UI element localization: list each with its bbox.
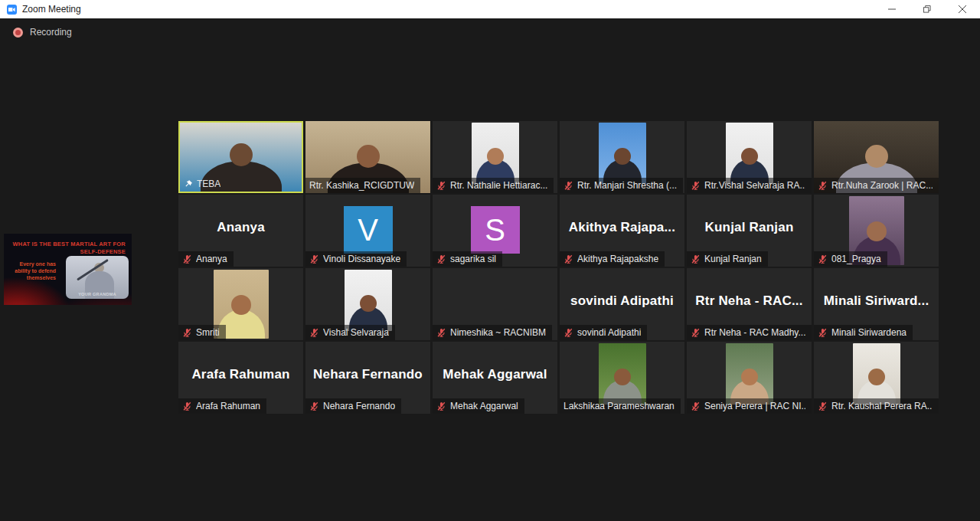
muted-mic-icon [818, 328, 828, 338]
participant-photo [853, 343, 900, 405]
participant-tile[interactable]: Akithya Rajapa... Akithya Rajapakshe [560, 195, 684, 267]
participant-nameplate: Akithya Rajapakshe [560, 251, 665, 267]
participant-tile[interactable]: Vishal Selvaraja [305, 268, 430, 340]
participant-nameplate: Rtr.Nuha Zarook | RAC... [814, 178, 939, 193]
participant-tile[interactable]: Rtr. Kaushal Perera RA... [814, 342, 939, 414]
muted-mic-icon [309, 401, 319, 411]
muted-mic-icon [436, 181, 446, 191]
participant-nameplate: sagarika sil [433, 251, 502, 267]
close-button[interactable] [945, 0, 980, 18]
participant-name: Rtr Neha - RAC Madhy... [704, 327, 805, 338]
participant-nameplate: Lakshikaa Parameshwaran [560, 398, 681, 414]
participant-name: Nehara Fernando [323, 401, 395, 411]
participant-name: Rtr. Nathalie Hettiarac... [450, 180, 547, 191]
participant-nameplate: Nehara Fernando [305, 398, 401, 414]
participant-nameplate: Smriti [178, 325, 226, 340]
participant-nameplate: Ananya [178, 251, 234, 267]
participant-nameplate: Rtr. Kashika_RCIGDTUW [305, 178, 420, 193]
video-grid: TEBA Rtr. Kashika_RCIGD [178, 121, 939, 414]
participant-nameplate: TEBA [180, 176, 227, 192]
participant-tile[interactable]: V Vinoli Dissanayake [305, 195, 430, 267]
participant-tile[interactable]: sovindi Adipathi sovindi Adipathi [560, 268, 684, 340]
participant-name: Rtr. Kashika_RCIGDTUW [309, 180, 414, 191]
participant-tile[interactable]: Ananya Ananya [178, 195, 303, 267]
muted-mic-icon [691, 401, 701, 411]
participant-avatar: V [344, 206, 393, 254]
muted-mic-icon [691, 254, 701, 264]
participant-tile[interactable]: 081_Pragya [814, 195, 939, 267]
minimize-button[interactable] [874, 0, 910, 18]
participant-tile[interactable]: Arafa Rahuman Arafa Rahuman [178, 342, 303, 414]
participant-nameplate: Rtr Neha - RAC Madhy... [687, 325, 812, 340]
participant-tile[interactable]: Nimeshika ~ RACNIBM [433, 268, 557, 340]
participant-tile[interactable]: Minali Siriward... Minali Siriwardena [814, 268, 939, 340]
window-title: Zoom Meeting [22, 4, 81, 15]
muted-mic-icon [436, 401, 446, 411]
muted-mic-icon [691, 181, 701, 191]
participant-nameplate: Vinoli Dissanayake [305, 251, 407, 267]
muted-mic-icon [436, 254, 446, 264]
pin-icon [184, 179, 193, 188]
person-silhouette [345, 270, 392, 331]
participant-nameplate: Kunjal Ranjan [687, 251, 768, 267]
participant-name: Vishal Selvaraja [323, 327, 389, 338]
participant-name: Rtr. Manjari Shrestha (... [577, 180, 677, 191]
person-silhouette [599, 123, 646, 184]
participant-nameplate: Mehak Aggarwal [433, 398, 524, 414]
participant-tile[interactable]: S sagarika sil [433, 195, 557, 267]
participant-name: Rtr.Vishal Selvaraja RA... [704, 180, 805, 191]
muted-mic-icon [818, 181, 828, 191]
participant-photo [726, 123, 773, 184]
participant-tile[interactable]: Nehara Fernando Nehara Fernando [305, 342, 430, 414]
participant-tile[interactable]: Kunjal Ranjan Kunjal Ranjan [687, 195, 812, 267]
person-silhouette [853, 343, 900, 405]
shared-screen-thumbnail[interactable]: WHAT IS THE BEST MARTIAL ART FOR SELF-DE… [4, 234, 132, 305]
participant-name: Ananya [196, 254, 227, 264]
recording-indicator: Recording [13, 27, 72, 38]
participant-name: Rtr.Nuha Zarook | RAC... [831, 180, 933, 191]
participant-name: Mehak Aggarwal [450, 401, 518, 411]
participant-tile[interactable]: Rtr.Vishal Selvaraja RA... [687, 121, 812, 193]
muted-mic-icon [818, 401, 828, 411]
muted-mic-icon [564, 328, 573, 338]
muted-mic-icon [182, 254, 192, 264]
restore-button[interactable] [910, 0, 945, 18]
participant-name: TEBA [197, 179, 220, 189]
participant-tile[interactable]: Mehak Aggarwal Mehak Aggarwal [433, 342, 557, 414]
meeting-stage: Recording WHAT IS THE BEST MARTIAL ART F… [0, 18, 980, 521]
muted-mic-icon [564, 254, 573, 264]
person-silhouette [472, 123, 519, 184]
participant-photo [472, 123, 519, 184]
muted-mic-icon [309, 254, 319, 264]
participant-photo [599, 123, 646, 184]
muted-mic-icon [436, 328, 446, 338]
muted-mic-icon [691, 328, 701, 338]
participant-name: Rtr. Kaushal Perera RA... [831, 401, 933, 411]
zoom-meeting-window: Zoom Meeting Recording WHAT IS THE BEST … [0, 0, 980, 521]
participant-tile[interactable]: Rtr. Nathalie Hettiarac... [433, 121, 557, 193]
participant-tile[interactable]: TEBA [178, 121, 303, 193]
participant-nameplate: Arafa Rahuman [178, 398, 266, 414]
participant-nameplate: sovindi Adipathi [560, 325, 647, 340]
recording-icon[interactable] [13, 28, 23, 38]
participant-tile[interactable]: Rtr. Kashika_RCIGDTUW [305, 121, 430, 193]
zoom-app-icon [7, 5, 17, 15]
participant-tile[interactable]: Smriti [178, 268, 303, 340]
participant-tile[interactable]: Rtr. Manjari Shrestha (... [560, 121, 684, 193]
participant-nameplate: Minali Siriwardena [814, 325, 913, 340]
window-titlebar: Zoom Meeting [0, 0, 980, 18]
slide-photo: YOUR GRANDMA [66, 256, 129, 299]
participant-tile[interactable]: Rtr Neha - RAC... Rtr Neha - RAC Madhy..… [687, 268, 812, 340]
recording-label: Recording [30, 27, 72, 38]
participant-tile[interactable]: Rtr.Nuha Zarook | RAC... [814, 121, 939, 193]
participant-photo [726, 343, 773, 405]
participant-tile[interactable]: Lakshikaa Parameshwaran [560, 342, 684, 414]
slide-body-text: Every one has ability to defend themselv… [10, 260, 56, 281]
participant-name: Lakshikaa Parameshwaran [564, 401, 675, 411]
participant-tile[interactable]: Seniya Perera | RAC NI... [687, 342, 812, 414]
participant-name: Arafa Rahuman [196, 401, 260, 411]
person-silhouette [599, 343, 646, 405]
participant-nameplate: Vishal Selvaraja [305, 325, 395, 340]
participant-nameplate: Rtr. Kaushal Perera RA... [814, 398, 939, 414]
participant-nameplate: Rtr.Vishal Selvaraja RA... [687, 178, 812, 193]
